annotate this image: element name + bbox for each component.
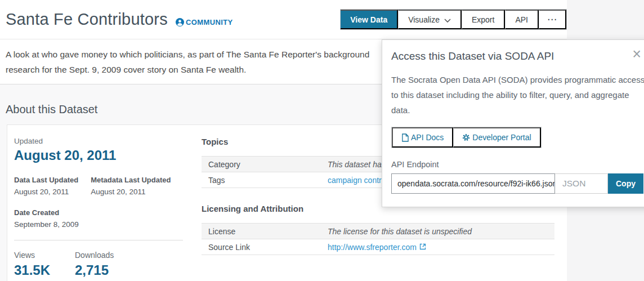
views-stat: Views 31.5K	[14, 251, 75, 278]
visualize-button-label: Visualize	[408, 15, 440, 24]
page-title: Santa Fe Contributors	[6, 10, 168, 29]
developer-links-group: API Docs Developer Portal	[391, 127, 542, 148]
metadata-last-updated-label: Metadata Last Updated	[91, 176, 171, 184]
api-docs-button[interactable]: API Docs	[392, 127, 453, 148]
date-created: Date Created September 8, 2009	[14, 208, 79, 229]
data-last-updated: Data Last Updated August 20, 2011	[14, 176, 78, 196]
stats-row: Views 31.5K Downloads 2,715	[14, 251, 195, 278]
api-endpoint-input[interactable]: opendata.socrata.com/resource/f92i-ik66.…	[391, 173, 555, 194]
table-row: Source Link http://www.sfreporter.com	[202, 239, 554, 255]
soda-api-description: The Socrata Open Data API (SODA) provide…	[391, 72, 644, 118]
date-created-label: Date Created	[14, 208, 79, 217]
views-value: 31.5K	[14, 262, 75, 278]
source-link-label: Source Link	[202, 239, 321, 255]
developer-portal-label: Developer Portal	[472, 133, 531, 142]
stats-divider-top	[14, 240, 183, 240]
gear-icon	[462, 133, 470, 141]
downloads-value: 2,715	[75, 262, 136, 278]
copy-button[interactable]: Copy	[608, 173, 643, 194]
metadata-column: Updated August 20, 2011 Data Last Update…	[14, 137, 195, 281]
api-endpoint-row: opendata.socrata.com/resource/f92i-ik66.…	[391, 173, 643, 194]
updated-value: August 20, 2011	[14, 148, 195, 163]
api-endpoint-label: API Endpoint	[391, 160, 643, 169]
community-badge: COMMUNITY	[176, 18, 233, 26]
close-icon[interactable]: ×	[629, 43, 644, 65]
date-created-row: Date Created September 8, 2009	[14, 208, 195, 229]
tags-label: Tags	[202, 172, 321, 188]
date-created-value: September 8, 2009	[14, 220, 79, 229]
more-actions-button[interactable]: ⋯	[539, 10, 566, 29]
dataset-description: A look at who gave money to which politi…	[6, 47, 382, 77]
visualize-button[interactable]: Visualize	[398, 10, 462, 29]
dataset-header: Santa Fe Contributors COMMUNITY View Dat…	[0, 0, 567, 39]
views-label: Views	[14, 251, 75, 260]
table-row: License The license for this dataset is …	[202, 224, 554, 239]
dataset-actions-toolbar: View Data Visualize Export API ⋯	[340, 9, 567, 30]
developer-portal-button[interactable]: Developer Portal	[453, 127, 540, 148]
format-select-value: JSON	[562, 179, 585, 189]
community-user-icon	[176, 18, 184, 26]
updated-label: Updated	[14, 137, 195, 145]
licensing-table: License The license for this dataset is …	[202, 223, 554, 255]
last-updated-row: Data Last Updated August 20, 2011 Metada…	[14, 176, 195, 196]
external-link-icon	[419, 243, 426, 252]
source-link-url: http://www.sfreporter.com	[328, 243, 417, 252]
community-badge-label: COMMUNITY	[186, 18, 233, 26]
api-endpoint-value: opendata.socrata.com/resource/f92i-ik66.…	[397, 179, 555, 188]
source-link[interactable]: http://www.sfreporter.com	[328, 243, 426, 252]
license-label: License	[202, 224, 321, 239]
metadata-last-updated-value: August 20, 2011	[91, 188, 171, 196]
export-button[interactable]: Export	[462, 10, 505, 29]
category-label: Category	[202, 157, 321, 172]
downloads-stat: Downloads 2,715	[75, 251, 136, 278]
api-button[interactable]: API	[505, 10, 539, 29]
downloads-label: Downloads	[75, 251, 136, 260]
soda-api-modal: Access this Dataset via SODA API × The S…	[382, 39, 644, 207]
chevron-down-icon	[444, 15, 451, 24]
data-last-updated-label: Data Last Updated	[14, 176, 78, 184]
view-data-button[interactable]: View Data	[341, 10, 398, 29]
soda-api-modal-title: Access this Dataset via SODA API	[391, 50, 643, 63]
license-value: The license for this dataset is unspecif…	[328, 227, 472, 236]
metadata-last-updated: Metadata Last Updated August 20, 2011	[91, 176, 171, 196]
data-last-updated-value: August 20, 2011	[14, 188, 78, 196]
api-docs-label: API Docs	[411, 133, 444, 142]
document-icon	[401, 133, 409, 142]
format-select[interactable]: JSON	[555, 173, 608, 194]
